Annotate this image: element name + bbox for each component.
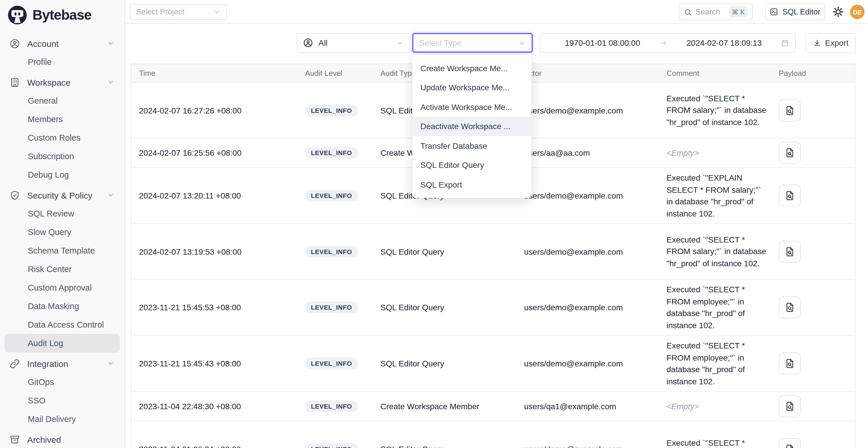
table-row: 2023-11-21 15:45:43 +08:00LEVEL_INFOSQL … <box>131 336 855 392</box>
cell-comment: <Empty> <box>666 396 774 416</box>
sidebar-item-integration[interactable]: Integration <box>0 354 124 373</box>
user-circle-icon <box>9 38 20 49</box>
payload-view-button[interactable] <box>779 438 801 448</box>
sidebar-item-custom-approval[interactable]: Custom Approval <box>0 279 124 297</box>
actor-filter-select[interactable]: All <box>297 33 410 53</box>
type-menu-item-sql-editor-query[interactable]: SQL Editor Query <box>412 155 532 175</box>
sidebar-item-mail-delivery[interactable]: Mail Delivery <box>0 410 124 428</box>
audit-level-badge: LEVEL_INFO <box>305 190 358 201</box>
column-header-audit-level: Audit Level <box>305 69 380 77</box>
cell-audit-level: LEVEL_INFO <box>305 104 380 116</box>
type-menu-item-activate-workspace-me[interactable]: Activate Workspace Me... <box>412 97 532 117</box>
sidebar-item-label: Subscription <box>28 152 74 161</box>
type-menu-item-deactivate-workspace[interactable]: Deactivate Workspace ... <box>412 117 532 136</box>
search-icon <box>684 8 692 16</box>
payload-view-button[interactable] <box>779 241 801 262</box>
sidebar: Bytebase AccountProfileWorkspaceGeneralM… <box>0 0 125 448</box>
gear-icon[interactable] <box>832 6 844 18</box>
sidebar-item-risk-center[interactable]: Risk Center <box>0 260 124 279</box>
file-search-icon <box>784 246 796 257</box>
type-menu-item-sql-export[interactable]: SQL Export <box>412 175 532 194</box>
building-icon <box>9 77 20 88</box>
sidebar-item-data-access-control[interactable]: Data Access Control <box>0 315 124 334</box>
search-placeholder: Search <box>695 7 720 16</box>
cell-actor: users/aa@aa.com <box>522 148 666 157</box>
payload-view-button[interactable] <box>779 142 801 164</box>
sidebar-item-members[interactable]: Members <box>0 110 124 128</box>
date-from-value[interactable]: 1970-01-01 08:00:00 <box>546 38 659 47</box>
cell-actor: users/demo@example.com <box>522 359 666 368</box>
cell-audit-type: SQL Editor Query <box>380 444 522 448</box>
cell-time: 2024-02-07 16:25:56 +08:00 <box>131 148 305 157</box>
sidebar-item-label: GitOps <box>28 377 54 387</box>
cell-audit-type: SQL Editor Query <box>380 247 522 256</box>
date-to-value[interactable]: 2024-02-07 18:09:13 <box>668 38 781 47</box>
sidebar-nav: AccountProfileWorkspaceGeneralMembersCus… <box>0 32 124 448</box>
sidebar-item-gitops[interactable]: GitOps <box>0 373 124 391</box>
payload-view-button[interactable] <box>779 296 801 318</box>
sidebar-item-label: Custom Approval <box>28 283 92 292</box>
sidebar-item-audit-log[interactable]: Audit Log <box>5 334 120 352</box>
avatar[interactable]: DE <box>850 5 865 19</box>
sidebar-item-workspace[interactable]: Workspace <box>0 73 124 91</box>
sidebar-item-debug-log[interactable]: Debug Log <box>0 165 124 184</box>
sidebar-item-label: Audit Log <box>28 339 63 348</box>
export-button[interactable]: Export <box>805 33 856 53</box>
cell-payload <box>774 435 855 448</box>
cell-time: 2023-11-04 01:06:34 +08:00 <box>131 444 305 448</box>
sidebar-item-security-policy[interactable]: Security & Policy <box>0 186 124 204</box>
topbar: Select Project Search ⌘ K SQL Editor DE <box>125 0 868 24</box>
search-input[interactable]: Search ⌘ K <box>679 3 753 20</box>
cell-payload <box>774 138 855 167</box>
shield-check-icon <box>9 190 20 200</box>
sidebar-item-label: Data Masking <box>28 301 79 311</box>
column-header-actor: Actor <box>522 69 666 77</box>
cell-comment: Executed `"SELECT * FROM salary;"` in da… <box>666 89 774 132</box>
payload-view-button[interactable] <box>779 352 801 375</box>
table-row: 2023-11-21 15:45:53 +08:00LEVEL_INFOSQL … <box>131 280 855 336</box>
type-filter-select[interactable]: Select Type <box>412 33 533 53</box>
sidebar-item-slow-query[interactable]: Slow Query <box>0 223 124 242</box>
sidebar-item-label: Account <box>27 38 59 48</box>
type-menu-item-transfer-database[interactable]: Transfer Database <box>412 136 532 155</box>
payload-view-button[interactable] <box>779 395 801 417</box>
date-range-picker[interactable]: 1970-01-01 08:00:00 2024-02-07 18:09:13 <box>540 33 796 53</box>
sidebar-item-sso[interactable]: SSO <box>0 391 124 410</box>
payload-view-button[interactable] <box>779 99 801 121</box>
brand-logo[interactable]: Bytebase <box>0 0 124 25</box>
sql-editor-button[interactable]: SQL Editor <box>765 3 825 20</box>
type-menu-item-create-workspace-me[interactable]: Create Workspace Me... <box>412 59 532 78</box>
payload-view-button[interactable] <box>779 185 801 206</box>
brand-name: Bytebase <box>32 7 92 23</box>
type-menu-item-update-workspace-me[interactable]: Update Workspace Me... <box>412 78 532 97</box>
sidebar-item-account[interactable]: Account <box>0 34 124 53</box>
sidebar-item-label: Custom Roles <box>28 133 81 142</box>
sidebar-item-label: Integration <box>27 359 68 369</box>
cell-actor: users/demo@example.com <box>522 247 666 256</box>
sidebar-item-data-masking[interactable]: Data Masking <box>0 297 124 315</box>
cell-time: 2024-02-07 13:20:11 +08:00 <box>131 191 305 200</box>
file-search-icon <box>784 443 796 448</box>
sidebar-item-custom-roles[interactable]: Custom Roles <box>0 128 124 147</box>
arrow-right-icon <box>659 38 668 47</box>
cell-actor: users/demo@example.com <box>522 444 666 448</box>
sql-editor-label: SQL Editor <box>782 7 820 16</box>
terminal-square-icon <box>770 7 778 16</box>
sidebar-item-sql-review[interactable]: SQL Review <box>0 204 124 223</box>
file-search-icon <box>784 401 796 412</box>
file-search-icon <box>784 301 796 313</box>
sidebar-item-subscription[interactable]: Subscription <box>0 147 124 165</box>
chevron-down-icon <box>396 39 404 46</box>
file-search-icon <box>784 104 796 116</box>
sidebar-item-general[interactable]: General <box>0 91 124 110</box>
sidebar-item-schema-template[interactable]: Schema Template <box>0 242 124 260</box>
chevron-down-icon <box>107 40 114 47</box>
sidebar-item-archived[interactable]: Archived <box>0 430 124 448</box>
sidebar-item-profile[interactable]: Profile <box>0 53 124 71</box>
file-search-icon <box>784 147 796 159</box>
bytebase-logo-icon <box>7 5 27 25</box>
cell-time: 2023-11-21 15:45:43 +08:00 <box>131 359 305 368</box>
sidebar-item-label: General <box>28 96 58 105</box>
sidebar-item-label: SSO <box>28 396 45 405</box>
project-select[interactable]: Select Project <box>130 4 227 20</box>
